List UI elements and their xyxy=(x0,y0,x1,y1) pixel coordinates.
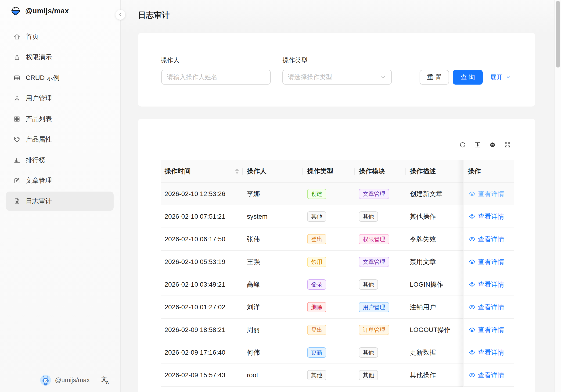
cell-operation-type: 禁用 xyxy=(303,251,355,273)
view-detail-label: 查看详情 xyxy=(478,325,504,334)
cell-action: 查看详情 xyxy=(463,296,514,318)
operation-module-tag: 订单管理 xyxy=(359,325,389,335)
sidebar-item-log-audit[interactable]: 日志审计 xyxy=(6,191,114,211)
operation-module-tag: 其他 xyxy=(359,212,378,222)
sidebar-footer: @umijs/max xyxy=(40,374,110,386)
view-detail-label: 查看详情 xyxy=(478,280,504,289)
search-button[interactable]: 查 询 xyxy=(453,70,483,85)
table-row: 2026-02-09 17:16:40 何伟 更新 其他 更新数据 查看详情 xyxy=(161,341,514,364)
sidebar-item-label: 产品属性 xyxy=(26,135,52,144)
cell-action: 查看详情 xyxy=(463,364,514,386)
fullscreen-icon[interactable] xyxy=(504,141,511,148)
expand-link[interactable]: 展开 xyxy=(490,70,511,85)
sidebar-item-label: 排行榜 xyxy=(26,156,45,164)
eye-icon xyxy=(469,258,475,265)
cell-operation-type: 创建 xyxy=(303,183,355,205)
view-detail-link[interactable]: 查看详情 xyxy=(469,212,504,221)
table-row: 2026-02-09 18:58:21 周丽 登出 订单管理 LOGOUT操作 … xyxy=(161,319,514,341)
operation-type-tag: 禁用 xyxy=(307,257,326,267)
sorter-icon xyxy=(235,169,239,174)
view-detail-label: 查看详情 xyxy=(478,348,504,357)
column-header-type: 操作类型 xyxy=(303,160,355,182)
translate-icon[interactable] xyxy=(101,375,110,385)
table-row: 2026-02-10 03:49:21 高峰 登录 其他 LOGIN操作 查看详… xyxy=(161,273,514,296)
cell-operator: 高峰 xyxy=(243,273,303,296)
view-detail-link[interactable]: 查看详情 xyxy=(469,235,504,244)
setting-icon[interactable] xyxy=(489,141,496,148)
page-scrollbar-thumb[interactable] xyxy=(556,1,560,67)
sidebar-item-product-list[interactable]: 产品列表 xyxy=(6,109,114,128)
appstore-icon xyxy=(13,116,21,123)
sidebar-item-label: 首页 xyxy=(26,32,39,41)
app-title: @umijs/max xyxy=(25,7,69,15)
view-detail-label: 查看详情 xyxy=(478,235,504,244)
cell-operation-module: 其他 xyxy=(355,341,406,363)
operation-type-select[interactable]: 请选择操作类型 xyxy=(282,70,392,85)
cell-operation-time: 2026-02-10 01:27:02 xyxy=(161,296,243,318)
column-header-action: 操作 xyxy=(463,160,514,182)
operator-input[interactable] xyxy=(161,70,271,85)
sidebar-item-permission-demo[interactable]: 权限演示 xyxy=(6,48,114,67)
sidebar-item-crud-example[interactable]: CRUD 示例 xyxy=(6,68,114,87)
table-row: 2026-02-10 12:53:26 李娜 创建 文章管理 创建新文章 查看详… xyxy=(161,183,514,205)
chevron-down-icon xyxy=(506,74,511,80)
cell-operation-description: 注销用户 xyxy=(406,296,463,318)
view-detail-link[interactable]: 查看详情 xyxy=(469,348,504,357)
lock-icon xyxy=(13,54,21,61)
chevron-down-icon xyxy=(380,74,386,80)
cell-action: 查看详情 xyxy=(463,319,514,341)
sidebar-item-product-attributes[interactable]: 产品属性 xyxy=(6,130,114,149)
caret-up-icon xyxy=(235,169,239,171)
view-detail-link[interactable]: 查看详情 xyxy=(469,303,504,312)
cell-operator: 张伟 xyxy=(243,228,303,250)
cell-operation-description: LOGOUT操作 xyxy=(406,319,463,341)
cell-operation-time: 2026-02-10 05:53:19 xyxy=(161,251,243,273)
footer-username[interactable]: @umijs/max xyxy=(55,377,90,384)
eye-icon xyxy=(469,281,475,288)
file-text-icon xyxy=(13,198,21,205)
cell-operation-module: 文章管理 xyxy=(355,183,406,205)
view-detail-link[interactable]: 查看详情 xyxy=(469,257,504,266)
cell-operation-type: 其他 xyxy=(303,205,355,228)
table-row: 2026-02-10 05:53:19 王强 禁用 文章管理 禁用文章 查看详情 xyxy=(161,251,514,273)
tags-icon xyxy=(13,136,21,143)
cell-operator: 王强 xyxy=(243,251,303,273)
sidebar-collapse-button[interactable] xyxy=(116,10,125,20)
cell-operation-time: 2026-02-10 06:17:50 xyxy=(161,228,243,250)
bar-chart-icon xyxy=(13,157,21,164)
cell-operation-type: 删除 xyxy=(303,296,355,318)
view-detail-link[interactable]: 查看详情 xyxy=(469,190,504,198)
cell-operation-type: 登录 xyxy=(303,273,355,296)
column-header-operator: 操作人 xyxy=(243,160,303,182)
cell-operation-time: 2026-02-09 15:57:43 xyxy=(161,364,243,386)
reset-button[interactable]: 重 置 xyxy=(420,70,449,85)
sidebar-item-home[interactable]: 首页 xyxy=(6,27,114,46)
cell-action: 查看详情 xyxy=(463,183,514,205)
expand-label: 展开 xyxy=(490,73,503,82)
cell-operator: 周丽 xyxy=(243,319,303,341)
cell-operation-type: 更新 xyxy=(303,341,355,363)
sidebar-menu: 首页 权限演示 CRUD 示例 用户管理 产品列表 产品属性 排行榜 文章管理 … xyxy=(6,27,114,212)
operation-type-tag: 登出 xyxy=(307,234,326,244)
operation-type-tag: 其他 xyxy=(307,370,326,380)
sidebar-item-user-management[interactable]: 用户管理 xyxy=(6,89,114,108)
sidebar-item-ranking[interactable]: 排行榜 xyxy=(6,150,114,170)
column-header-time[interactable]: 操作时间 xyxy=(161,160,243,182)
user-avatar[interactable] xyxy=(40,375,51,385)
eye-icon xyxy=(469,191,475,197)
eye-icon xyxy=(469,349,475,356)
query-filter-card: 操作人 操作类型 请选择操作类型 重 置 查 询 展开 xyxy=(138,33,535,106)
page-title: 日志审计 xyxy=(138,10,170,21)
reload-icon[interactable] xyxy=(459,141,466,148)
sidebar-item-article-management[interactable]: 文章管理 xyxy=(6,171,114,190)
view-detail-link[interactable]: 查看详情 xyxy=(469,371,504,380)
column-height-icon[interactable] xyxy=(474,141,481,148)
cell-action: 查看详情 xyxy=(463,228,514,250)
cell-operation-type: 登出 xyxy=(303,319,355,341)
cell-operator: 何伟 xyxy=(243,341,303,363)
app-logo[interactable]: @umijs/max xyxy=(10,6,69,16)
view-detail-link[interactable]: 查看详情 xyxy=(469,325,504,334)
view-detail-link[interactable]: 查看详情 xyxy=(469,280,504,289)
operation-module-tag: 文章管理 xyxy=(359,189,389,199)
view-detail-label: 查看详情 xyxy=(478,190,504,198)
